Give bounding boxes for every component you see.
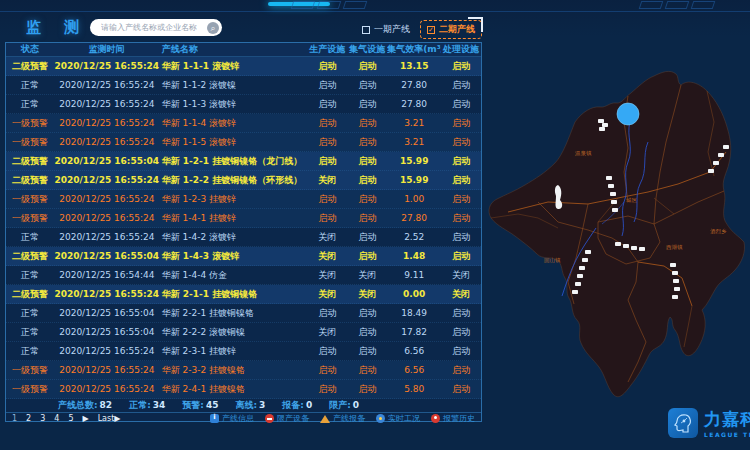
cell-gas: 启动 — [347, 60, 387, 73]
table-row[interactable]: 正常2020/12/25 16:55:24华新 2-3-1 挂镀锌启动启动6.5… — [6, 342, 481, 361]
table-row[interactable]: 正常2020/12/25 16:55:24华新 1-1-3 滚镀锌启动启动27.… — [6, 95, 481, 114]
page-button[interactable]: 4 — [54, 414, 59, 423]
legend-item[interactable]: 产线信息 — [210, 413, 254, 424]
factory-marker[interactable] — [670, 263, 676, 267]
cell-gas: 启动 — [347, 383, 387, 396]
factory-marker[interactable] — [602, 123, 608, 127]
cell-proc: 启动 — [441, 364, 481, 377]
next-page-button[interactable]: ▶ — [82, 414, 88, 423]
factory-marker[interactable] — [575, 282, 581, 286]
cell-prod: 关闭 — [307, 174, 347, 187]
alert-circle-marker[interactable] — [617, 103, 639, 125]
factory-marker[interactable] — [639, 247, 645, 251]
table-row[interactable]: 二级预警2020/12/25 16:55:04华新 1-2-1 挂镀铜镍铬（龙门… — [6, 152, 481, 171]
table-row[interactable]: 正常2020/12/25 16:55:04华新 2-2-2 滚镀铜镍关闭启动17… — [6, 323, 481, 342]
page-button[interactable]: 3 — [40, 414, 45, 423]
factory-marker[interactable] — [673, 279, 679, 283]
factory-marker[interactable] — [631, 246, 637, 250]
cell-eff: 17.82 — [387, 327, 441, 337]
table-row[interactable]: 正常2020/12/25 16:55:24华新 1-1-2 滚镀镍启动启动27.… — [6, 76, 481, 95]
factory-marker[interactable] — [674, 287, 680, 291]
factory-marker[interactable] — [579, 266, 585, 270]
factory-marker[interactable] — [723, 145, 729, 149]
summary-value: 34 — [153, 400, 166, 410]
top-divider-line — [0, 11, 750, 12]
legend-item[interactable]: 限产设备 — [265, 413, 309, 424]
cell-time: 2020/12/25 16:55:04 — [54, 327, 160, 337]
cell-prod: 关闭 — [307, 269, 347, 282]
column-header: 产线名称 — [160, 43, 308, 56]
factory-marker[interactable] — [585, 250, 591, 254]
table-row[interactable]: 一级预警2020/12/25 16:55:24华新 2-3-2 挂镀镍铬启动启动… — [6, 361, 481, 380]
table-row[interactable]: 一级预警2020/12/25 16:55:24华新 1-2-3 挂镀锌启动启动1… — [6, 190, 481, 209]
factory-marker[interactable] — [615, 242, 621, 246]
summary-item: 限产:0 — [329, 399, 359, 412]
table-row[interactable]: 一级预警2020/12/25 16:55:24华新 1-4-1 挂镀锌启动启动2… — [6, 209, 481, 228]
table-row[interactable]: 二级预警2020/12/25 16:55:24华新 1-1-1 滚镀锌启动启动1… — [6, 57, 481, 76]
table-row[interactable]: 一级预警2020/12/25 16:55:24华新 1-1-5 滚镀锌启动启动3… — [6, 133, 481, 152]
cell-name: 华新 1-2-2 挂镀铜镍铬（环形线） — [160, 174, 308, 187]
factory-marker[interactable] — [598, 119, 604, 123]
factory-marker[interactable] — [582, 258, 588, 262]
factory-marker[interactable] — [599, 127, 605, 131]
page-button[interactable]: 5 — [68, 414, 73, 423]
factory-marker[interactable] — [672, 295, 678, 299]
table-row[interactable]: 二级预警2020/12/25 16:55:04华新 1-4-3 滚镀锌关闭启动1… — [6, 247, 481, 266]
cell-status: 一级预警 — [6, 383, 54, 396]
cell-status: 正常 — [6, 345, 54, 358]
cell-eff: 3.21 — [387, 118, 441, 128]
legend-item[interactable]: 产线报备 — [320, 413, 365, 424]
factory-marker[interactable] — [606, 176, 612, 180]
table-row[interactable]: 二级预警2020/12/25 16:55:24华新 2-1-1 挂镀铜镍铬关闭关… — [6, 285, 481, 304]
factory-marker[interactable] — [718, 153, 724, 157]
table-row[interactable]: 一级预警2020/12/25 16:55:24华新 2-4-1 挂镀镍铬启动启动… — [6, 380, 481, 399]
page-button[interactable]: 1 — [12, 414, 17, 423]
cell-proc: 启动 — [441, 326, 481, 339]
legend-label: 产线报备 — [333, 413, 365, 424]
factory-marker[interactable] — [577, 274, 583, 278]
cell-eff: 1.48 — [387, 251, 441, 261]
factory-marker[interactable] — [672, 271, 678, 275]
factory-marker[interactable] — [708, 169, 714, 173]
cell-name: 华新 2-4-1 挂镀镍铬 — [160, 383, 308, 396]
factory-marker[interactable] — [611, 200, 617, 204]
cell-name: 华新 2-2-1 挂镀铜镍铬 — [160, 307, 308, 320]
factory-marker[interactable] — [612, 208, 618, 212]
summary-item: 预警:45 — [182, 399, 218, 412]
table-row[interactable]: 正常2020/12/25 16:54:44华新 1-4-4 仿金关闭关闭9.11… — [6, 266, 481, 285]
table-row[interactable]: 正常2020/12/25 16:55:04华新 2-2-1 挂镀铜镍铬启动启动1… — [6, 304, 481, 323]
factory-marker[interactable] — [610, 192, 616, 196]
cell-name: 华新 2-1-1 挂镀铜镍铬 — [160, 288, 308, 301]
factory-marker[interactable] — [713, 161, 719, 165]
factory-marker[interactable] — [572, 290, 578, 294]
cell-prod: 启动 — [307, 212, 347, 225]
summary-item: 产线总数:82 — [58, 399, 112, 412]
cell-gas: 启动 — [347, 212, 387, 225]
search-icon[interactable]: ⌕ — [207, 22, 219, 34]
map-area-label: 西湖镇 — [666, 244, 683, 251]
factory-marker[interactable] — [608, 184, 614, 188]
column-header: 集气设施 — [347, 43, 387, 56]
district-map[interactable]: 温泉镇城区固山镇西湖镇酒烈乡 — [478, 52, 750, 408]
table-row[interactable]: 二级预警2020/12/25 16:55:24华新 1-2-2 挂镀铜镍铬（环形… — [6, 171, 481, 190]
factory-marker[interactable] — [623, 244, 629, 248]
table-row[interactable]: 正常2020/12/25 16:55:24华新 1-4-2 滚镀锌关闭启动2.5… — [6, 228, 481, 247]
cell-name: 华新 1-1-4 滚镀锌 — [160, 117, 308, 130]
cell-eff: 15.99 — [387, 156, 441, 166]
cell-proc: 启动 — [441, 212, 481, 225]
map-landmass — [489, 71, 745, 396]
page-button[interactable]: 2 — [26, 414, 31, 423]
summary-label: 报备: — [282, 400, 304, 410]
table-row[interactable]: 一级预警2020/12/25 16:55:24华新 1-1-4 滚镀锌启动启动3… — [6, 114, 481, 133]
legend-item[interactable]: 报警历史 — [431, 413, 475, 424]
legend-item[interactable]: 实时工况 — [376, 413, 420, 424]
last-page-button[interactable]: Last▶ — [98, 414, 121, 423]
phase1-checkbox[interactable]: 一期产线 — [362, 23, 410, 36]
map-area-label: 酒烈乡 — [710, 228, 727, 235]
checkbox-checked-icon: ✓ — [427, 26, 435, 34]
cell-time: 2020/12/25 16:55:04 — [54, 156, 160, 166]
search-box[interactable]: ⌕ — [90, 19, 222, 36]
legend-label: 限产设备 — [277, 413, 309, 424]
cell-proc: 启动 — [441, 117, 481, 130]
search-input[interactable] — [99, 22, 207, 33]
